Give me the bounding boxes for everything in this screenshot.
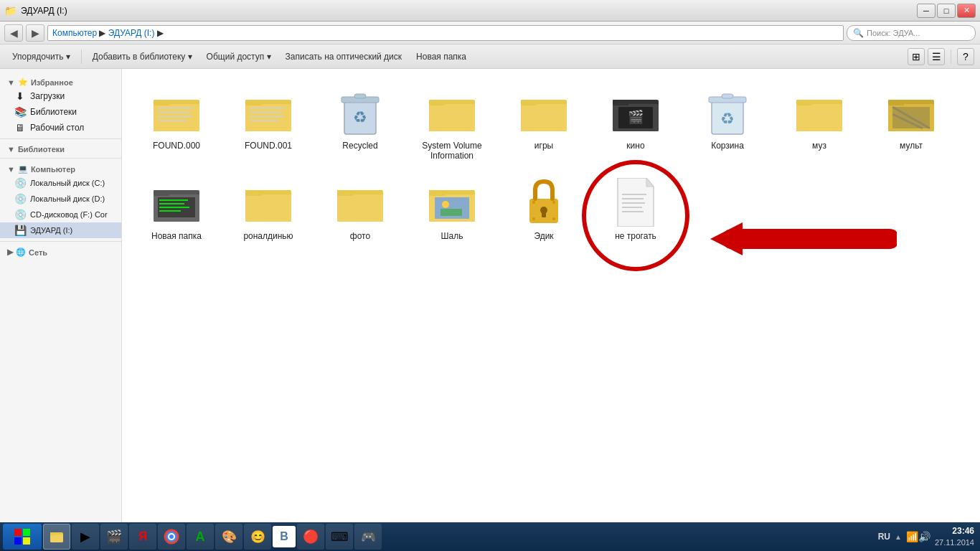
svg-rect-48 <box>159 207 189 208</box>
ronaldinho-icon <box>242 176 294 228</box>
sidebar-item-drive-d[interactable]: 💿 Локальный диск (D:) <box>0 191 121 207</box>
taskbar-app-keyboard[interactable]: ⌨ <box>326 524 353 550</box>
svg-rect-61 <box>440 209 462 216</box>
file-item-cinema[interactable]: 🎬 кино <box>593 80 679 165</box>
taskbar-right: RU ▲ 📶🔊 23:46 27.11.2014 <box>878 525 977 548</box>
favorites-section[interactable]: ▼ ⭐ Избранное <box>0 75 121 88</box>
sidebar-item-drive-i[interactable]: 💾 ЭДУАРД (I:) <box>0 222 121 238</box>
file-item-recycled[interactable]: ♻ Recycled <box>317 80 403 165</box>
drive-f-icon: 💿 <box>14 209 26 220</box>
drive-c-icon: 💿 <box>14 177 26 189</box>
taskbar-app-game[interactable]: 🎮 <box>354 524 382 550</box>
new-folder-label: Новая папка <box>151 231 202 241</box>
taskbar-app-paint[interactable]: 🎨 <box>215 524 242 550</box>
sidebar-item-downloads[interactable]: ⬇ Загрузки <box>0 88 121 104</box>
toolbar-separator <box>81 50 82 64</box>
taskbar-app-vk[interactable]: В <box>273 526 296 547</box>
file-item-cartoons[interactable]: мульт <box>868 80 954 165</box>
taskbar-time: 23:46 <box>935 525 974 537</box>
cartoons-icon <box>885 86 937 138</box>
forward-button[interactable]: ▶ <box>26 24 44 42</box>
taskbar-app-chrome[interactable] <box>158 524 185 550</box>
file-item-ronaldinho[interactable]: роналдинью <box>225 171 311 245</box>
file-item-sysvolinfo[interactable]: System Volume Information <box>409 80 495 165</box>
new-folder-button[interactable]: Новая папка <box>410 47 473 66</box>
svg-rect-22 <box>521 104 567 131</box>
music-icon <box>793 86 845 138</box>
svg-rect-6 <box>158 120 187 122</box>
favorites-chevron: ▼ <box>7 78 15 87</box>
found000-icon <box>151 86 202 138</box>
taskbar-app-red[interactable]: 🔴 <box>297 524 324 550</box>
svg-point-69 <box>552 217 555 220</box>
taskbar-clock[interactable]: 23:46 27.11.2014 <box>935 525 974 548</box>
share-button[interactable]: Общий доступ ▾ <box>200 47 278 66</box>
back-button[interactable]: ◀ <box>4 24 23 42</box>
svg-rect-20 <box>429 100 445 105</box>
start-button[interactable] <box>3 524 42 550</box>
taskbar-app-video[interactable]: 🎬 <box>100 524 128 550</box>
svg-rect-19 <box>429 104 475 131</box>
svg-text:♻: ♻ <box>353 108 367 126</box>
file-item-recycle-bin[interactable]: ♻ Корзина <box>684 80 771 165</box>
taskbar-app-yandex[interactable]: Я <box>129 524 156 550</box>
drive-d-icon: 💿 <box>14 193 26 204</box>
file-item-shal[interactable]: Шаль <box>409 171 495 245</box>
svg-rect-47 <box>159 203 184 204</box>
svg-rect-4 <box>158 111 190 113</box>
svg-rect-87 <box>50 532 56 535</box>
svg-rect-26 <box>613 100 628 105</box>
file-item-music[interactable]: муз <box>776 80 862 165</box>
taskbar-arrow-up: ▲ <box>895 533 902 541</box>
svg-rect-84 <box>23 537 30 545</box>
taskbar-app-mediaplayer[interactable]: ▶ <box>72 524 99 550</box>
file-item-found001[interactable]: FOUND.001 <box>225 80 311 165</box>
view-details-button[interactable]: ☰ <box>928 48 945 65</box>
burn-button[interactable]: Записать на оптический диск <box>279 47 409 66</box>
address-path[interactable]: Компьютер ▶ ЭДУАРД (I:) ▶ <box>47 25 844 41</box>
svg-point-68 <box>532 217 535 220</box>
sidebar-item-desktop[interactable]: 🖥 Рабочий стол <box>0 120 121 136</box>
svg-rect-74 <box>622 202 645 204</box>
taskbar-app-odnoklassniki[interactable]: 😊 <box>244 524 271 550</box>
taskbar-date: 27.11.2014 <box>935 537 974 548</box>
file-item-games[interactable]: игры <box>501 80 587 165</box>
sidebar-item-drive-c[interactable]: 💿 Локальный диск (C:) <box>0 175 121 191</box>
network-section[interactable]: ▶ 🌐 Сеть <box>0 245 121 258</box>
svg-rect-34 <box>796 104 842 131</box>
view-large-icons-button[interactable]: ⊞ <box>908 48 925 65</box>
svg-rect-49 <box>159 210 181 212</box>
svg-rect-44 <box>154 190 169 196</box>
taskbar: ▶ 🎬 Я A 🎨 😊 В 🔴 ⌨ 🎮 RU ▲ 📶🔊 23:46 27.11.… <box>0 522 980 551</box>
file-item-edik[interactable]: Эдик <box>501 171 587 245</box>
sidebar-item-drive-f[interactable]: 💿 CD-дисковод (F:) Cor <box>0 207 121 222</box>
file-item-ne-trogat[interactable]: не трогать <box>593 171 679 245</box>
taskbar-app-explorer[interactable] <box>43 524 70 550</box>
file-item-new-folder[interactable]: Новая папка <box>133 171 220 245</box>
file-item-found000[interactable]: FOUND.000 <box>133 80 220 165</box>
maximize-button[interactable]: □ <box>937 4 956 18</box>
svg-rect-13 <box>250 120 278 122</box>
toolbar: Упорядочить ▾ Добавить в библиотеку ▾ Об… <box>0 44 980 69</box>
close-button[interactable]: ✕ <box>957 4 976 18</box>
recycled-label: Recycled <box>342 141 377 151</box>
svg-marker-71 <box>646 178 654 187</box>
minimize-button[interactable]: ─ <box>917 4 936 18</box>
sysvolinfo-label: System Volume Information <box>413 141 491 161</box>
file-item-photo[interactable]: фото <box>317 171 403 245</box>
libraries-section[interactable]: ▼ Библиотеки <box>0 142 121 155</box>
search-box[interactable]: 🔍 Поиск: ЭДУА... <box>847 25 976 41</box>
svg-rect-51 <box>245 194 291 222</box>
computer-section[interactable]: ▼ 💻 Компьютер <box>0 161 121 175</box>
edik-label: Эдик <box>534 231 553 241</box>
svg-rect-10 <box>250 107 286 109</box>
help-button[interactable]: ? <box>957 48 974 65</box>
taskbar-app-app1[interactable]: A <box>187 524 214 550</box>
downloads-icon: ⬇ <box>14 90 26 102</box>
title-bar-icon: 📁 <box>4 5 17 17</box>
organize-button[interactable]: Упорядочить ▾ <box>6 47 77 66</box>
add-library-button[interactable]: Добавить в библиотеку ▾ <box>86 47 199 66</box>
drive-i-icon: 💾 <box>14 225 26 236</box>
sidebar-item-libraries-fav[interactable]: 📚 Библиотеки <box>0 104 121 120</box>
svg-rect-31 <box>722 94 733 98</box>
